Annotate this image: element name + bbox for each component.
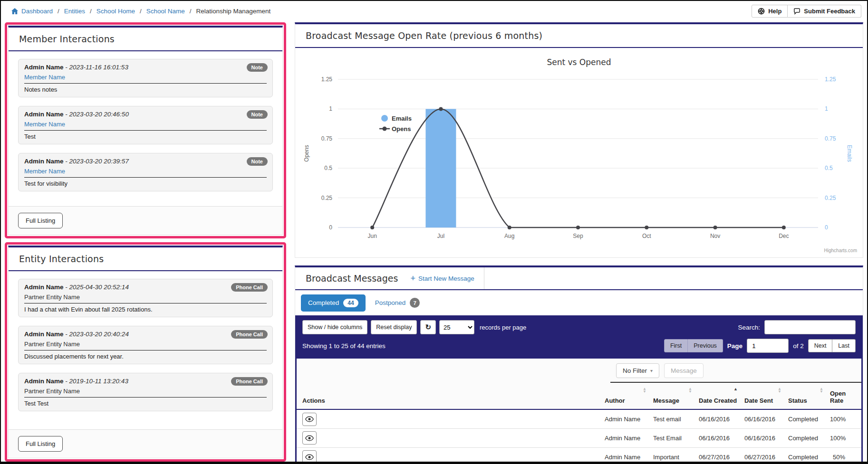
message-cell: Important [650, 447, 696, 462]
broadcast-messages-header-spacer [484, 267, 863, 289]
interaction-card-head: Admin Name - 2025-04-30 20:52:14Phone Ca… [24, 284, 267, 291]
view-button[interactable] [302, 431, 317, 445]
tab-postponed[interactable]: Postponed7 [372, 294, 423, 312]
svg-text:0.5: 0.5 [825, 165, 833, 171]
first-button[interactable]: First [664, 339, 688, 352]
interaction-timestamp: - 2025-04-30 20:52:14 [64, 284, 129, 291]
open-rate-cell: 100% [827, 428, 861, 447]
full-listing-button[interactable]: Full Listing [18, 213, 63, 228]
open-rate-cell: 50% [827, 447, 861, 462]
interaction-timestamp: - 2023-11-16 16:01:53 [64, 64, 128, 71]
of-pages-text: of 2 [793, 342, 804, 350]
table-row: Admin NameTest email06/16/201606/16/2016… [297, 409, 861, 428]
legend-opens[interactable]: Opens [379, 125, 411, 133]
actions-cell [297, 428, 602, 447]
interaction-card-head: Admin Name - 2023-03-20 20:39:57Note [24, 158, 267, 165]
interaction-card-head: Admin Name - 2023-11-16 16:01:53Note [24, 64, 267, 71]
next-button[interactable]: Next [808, 339, 833, 352]
page-input[interactable] [747, 339, 789, 353]
chart-body: 000.250.250.50.50.750.75111.251.25JunJul… [295, 48, 863, 257]
breadcrumb-item: Relationship Management [196, 8, 270, 15]
column-header-message[interactable]: Message▲▼ [650, 383, 696, 409]
tab-completed[interactable]: Completed44 [301, 294, 366, 312]
pagination: First Previous Page of 2 Next Last [664, 339, 856, 353]
date-sent-cell: 06/27/2016 [742, 447, 785, 462]
interaction-target-link[interactable]: Member Name [24, 74, 65, 81]
interaction-card-head: Admin Name - 2023-03-20 20:40:24Phone Ca… [24, 331, 267, 338]
column-header-actions: Actions [297, 383, 602, 409]
interaction-target-row: Member Name [24, 120, 267, 131]
broadcast-messages-title: Broadcast Messages [306, 273, 398, 284]
interaction-type-badge: Note [247, 157, 268, 166]
no-filter-dropdown[interactable]: No Filter ▾ [616, 363, 659, 378]
message-filter-button[interactable]: Message [664, 363, 704, 378]
show-hide-columns-button[interactable]: Show / hide columns [302, 320, 367, 334]
page-label: Page [727, 342, 743, 350]
highcharts-credit: Highcharts.com [824, 248, 857, 253]
table-row: Admin NameTest Email06/16/201606/16/2016… [297, 428, 861, 447]
view-button[interactable] [302, 450, 317, 462]
interaction-card: Admin Name - 2025-04-30 20:52:14Phone Ca… [18, 279, 273, 317]
breadcrumb-item-label: Relationship Management [196, 8, 270, 15]
full-listing-button[interactable]: Full Listing [18, 436, 63, 452]
interaction-target-link[interactable]: Member Name [24, 121, 65, 128]
interaction-note: Notes notes [24, 86, 267, 93]
column-header-status[interactable]: Status▲▼ [785, 383, 827, 409]
column-header-author[interactable]: Author▲▼ [602, 383, 650, 409]
chart-panel-title: Broadcast Message Open Rate (previous 6 … [295, 24, 863, 48]
refresh-button[interactable]: ↻ [420, 320, 436, 334]
interaction-target-row: Partner Entity Name [24, 340, 267, 350]
previous-button[interactable]: Previous [688, 339, 723, 352]
help-button[interactable]: Help [752, 5, 788, 18]
date-created-cell: 06/27/2016 [696, 447, 742, 462]
entity-interactions-highlight: Entity Interactions Admin Name - 2025-04… [5, 242, 286, 462]
date-created-cell: 06/16/2016 [696, 428, 742, 447]
svg-text:0.5: 0.5 [324, 165, 332, 171]
actions-cell [297, 447, 602, 462]
interaction-target-link[interactable]: Partner Entity Name [24, 294, 80, 301]
column-label: Date Sent [744, 397, 773, 404]
right-axis-title: Emails [846, 145, 853, 162]
actions-cell [297, 409, 602, 428]
svg-text:1.25: 1.25 [825, 76, 836, 83]
breadcrumb-item[interactable]: School Home [96, 8, 135, 15]
svg-text:0: 0 [329, 224, 332, 231]
showing-entries-text: Showing 1 to 25 of 44 entries [302, 342, 386, 350]
interaction-target-link[interactable]: Partner Entity Name [24, 388, 80, 395]
last-button[interactable]: Last [832, 339, 856, 352]
breadcrumb-item-label: Entities [64, 8, 85, 15]
start-new-message-button[interactable]: + Start New Message [410, 274, 474, 283]
view-button[interactable] [302, 413, 317, 426]
legend-emails[interactable]: Emails [381, 115, 412, 122]
svg-text:Emails: Emails [392, 115, 412, 122]
interaction-author: Admin Name [24, 158, 64, 165]
status-cell: Completed [785, 409, 827, 428]
right-column: Broadcast Message Open Rate (previous 6 … [295, 22, 863, 463]
svg-text:0.25: 0.25 [825, 195, 836, 201]
tab-count-badge: 44 [343, 299, 358, 307]
tab-label: Postponed [375, 299, 406, 306]
search-input[interactable] [764, 320, 856, 334]
column-header-date-sent[interactable]: Date Sent▲▼ [742, 383, 785, 409]
submit-feedback-button[interactable]: Submit Feedback [788, 5, 861, 18]
breadcrumb-item[interactable]: Dashboard [11, 8, 53, 15]
entity-interactions-cards: Admin Name - 2025-04-30 20:52:14Phone Ca… [9, 271, 282, 429]
chevron-down-icon: ▾ [650, 368, 653, 373]
breadcrumb-item-label: Dashboard [21, 8, 53, 15]
search-label: Search: [738, 324, 760, 331]
interaction-target-link[interactable]: Member Name [24, 168, 65, 175]
left-axis-title: Opens [303, 145, 310, 161]
page-size-select[interactable]: 25 [439, 320, 474, 334]
breadcrumb-item[interactable]: School Name [146, 8, 185, 15]
column-label: Message [653, 397, 679, 404]
breadcrumb-separator: / [90, 8, 92, 15]
breadcrumb-separator: / [140, 8, 142, 15]
reset-display-button[interactable]: Reset display [371, 320, 417, 334]
eye-icon [305, 416, 314, 422]
breadcrumb-item[interactable]: Entities [64, 8, 85, 15]
svg-text:1.25: 1.25 [321, 76, 333, 83]
column-header-date-created[interactable]: Date Created▲ [696, 383, 742, 409]
interaction-target-link[interactable]: Partner Entity Name [24, 341, 80, 348]
svg-text:Oct: Oct [642, 233, 651, 239]
status-cell: Completed [785, 428, 827, 447]
